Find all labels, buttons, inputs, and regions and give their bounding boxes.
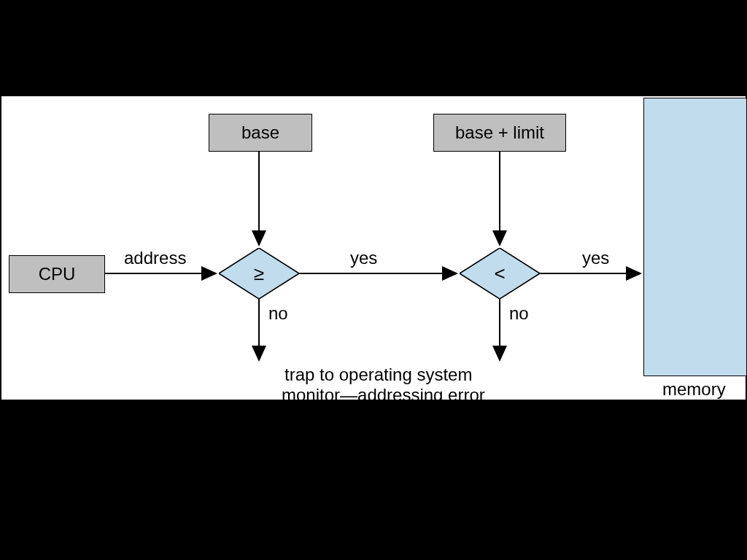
edge-no1-label: no [268,303,288,324]
edge-no2-label: no [509,303,529,324]
ge-symbol: ≥ [219,248,299,299]
base-register-box: base [209,114,312,152]
base-limit-label: base + limit [455,122,544,143]
cpu-box: CPU [9,255,105,293]
edge-yes2-label: yes [582,248,609,268]
base-limit-register-box: base + limit [433,114,566,152]
edge-address-label: address [124,248,186,268]
edge-yes1-label: yes [350,248,377,268]
trap-caption-line1: trap to operating system [285,365,472,385]
memory-label: memory [662,379,726,400]
trap-caption-line2: monitor—addressing error [282,385,485,405]
memory-block [643,98,747,376]
cpu-label: CPU [39,264,76,284]
compare-ge-diamond: ≥ [219,248,299,299]
compare-lt-diamond: < [460,248,540,299]
lt-symbol: < [460,248,540,299]
base-label: base [241,122,279,143]
